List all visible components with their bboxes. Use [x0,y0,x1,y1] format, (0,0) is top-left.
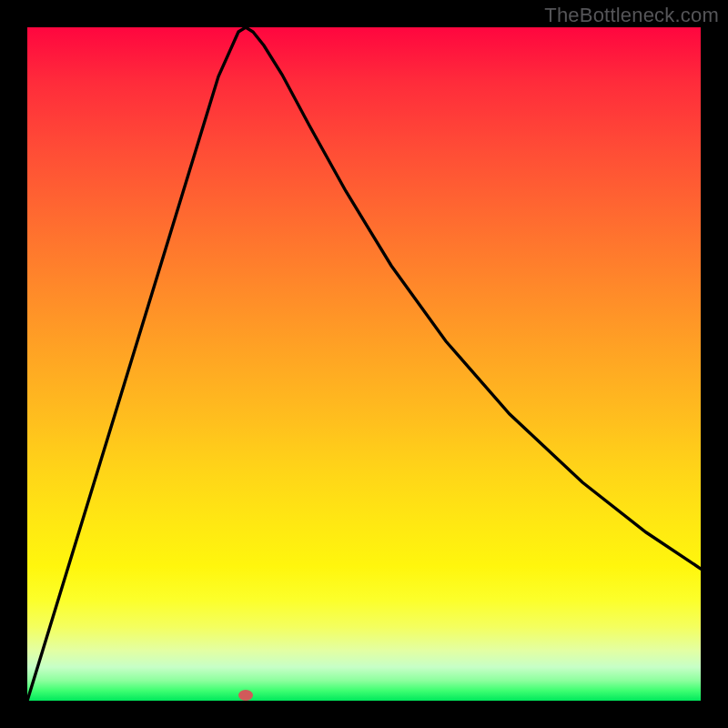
plot-area [27,27,701,701]
chart-frame: TheBottleneck.com [0,0,728,728]
bottleneck-curve [27,27,701,701]
curve-svg [27,27,701,701]
vertex-marker [238,690,253,701]
watermark-text: TheBottleneck.com [544,4,719,27]
